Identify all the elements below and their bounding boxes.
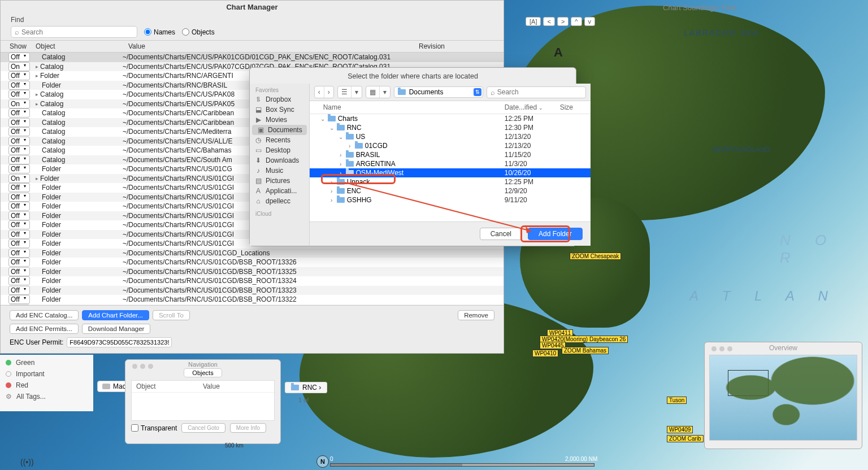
scroll-to-button[interactable]: Scroll To [153,310,190,320]
sidebar-item[interactable]: ⬇Downloads [250,155,309,166]
download-manager-button[interactable]: Download Manager [82,324,151,334]
show-toggle[interactable]: Off▾ [8,295,30,304]
waypoint[interactable]: WP0410 [532,350,558,357]
remove-button[interactable]: Remove [458,310,494,320]
file-tree-row[interactable]: ⌄US12/13/20 [310,132,591,141]
sidebar-item[interactable]: ♪Music [250,166,309,176]
sidebar-item[interactable]: ⌂dpellecc [250,196,309,206]
transparent-checkbox[interactable]: Transparent [131,424,177,432]
col-object[interactable]: Object [33,42,126,50]
show-toggle[interactable]: Off▾ [8,211,30,220]
cancel-button[interactable]: Cancel [480,228,522,240]
show-toggle[interactable]: Off▾ [8,230,30,239]
fd-col-name[interactable]: Name [323,103,505,111]
waypoint[interactable]: ZOOM Carib [667,435,704,442]
sidebar-item[interactable]: ▭Desktop [250,145,309,155]
fd-col-size[interactable]: Size [560,103,591,111]
view-list-toggle[interactable]: ☰▾ [337,86,362,98]
table-row[interactable]: Off▾ Folder ~/Documents/Charts/RNC/US/01… [1,267,504,277]
file-tree-row[interactable]: ›ENC12/9/20 [310,186,591,195]
file-tree-row[interactable]: ⌄RNC12:30 PM [310,123,591,132]
table-row[interactable]: Off▾ Catalog ~/Documents/Charts/ENC/US/P… [1,53,504,62]
sidebar-item[interactable]: AApplicati... [250,186,309,196]
chip-right[interactable]: > [557,17,568,26]
file-tree[interactable]: ⌄Charts12:25 PM⌄RNC12:30 PM⌄US12/13/20›0… [310,114,591,221]
add-chart-folder-button[interactable]: Add Chart Folder... [82,310,149,320]
waypoint[interactable]: ZOOM Bahamas [562,347,609,354]
waypoint[interactable]: WP0409 [667,426,693,433]
show-toggle[interactable]: Off▾ [8,239,30,248]
show-toggle[interactable]: Off▾ [8,81,30,90]
window-traffic-lights[interactable] [707,343,737,354]
chip-down[interactable]: v [584,17,596,26]
show-toggle[interactable]: On▾ [8,174,30,183]
show-toggle[interactable]: On▾ [8,62,30,71]
file-dialog-sidebar[interactable]: Favorites ⥮Dropbox⬓Box Sync▶Movies▣Docum… [250,84,310,246]
show-toggle[interactable]: Off▾ [8,90,30,99]
sidebar-item[interactable]: ▶Movies [250,115,309,125]
file-dialog-search[interactable] [487,86,586,98]
overview-map[interactable] [709,355,857,441]
file-tree-row[interactable]: ›GSHHG9/11/20 [310,195,591,204]
show-toggle[interactable]: On▾ [8,99,30,108]
nav-back-forward[interactable]: ‹› [314,86,334,98]
table-row[interactable]: Off▾ Folder ~/Documents/Charts/RNC/US/01… [1,286,504,295]
table-row[interactable]: Off▾ Folder ~/Documents/Charts/RNC/US/01… [1,258,504,267]
radio-objects[interactable]: Objects [182,28,215,36]
waypoint[interactable]: ZOOM Chesapeak [570,253,621,260]
show-toggle[interactable]: Off▾ [8,249,30,258]
show-toggle[interactable]: Off▾ [8,155,30,164]
add-enc-permits-button[interactable]: Add ENC Permits... [10,324,79,334]
show-toggle[interactable]: Off▾ [8,286,30,295]
waypoint[interactable]: Tuson [667,397,687,404]
table-row[interactable]: Off▾ Folder ~/Documents/Charts/RNC/US/01… [1,276,504,286]
col-value[interactable]: Value [126,42,416,50]
show-toggle[interactable]: Off▾ [8,118,30,127]
sidebar-item[interactable]: ▣Documents [252,125,307,135]
chart-search-input[interactable] [11,26,137,38]
sidebar-item[interactable]: ⬓Box Sync [250,105,309,115]
file-tree-row[interactable]: ›ARGENTINA11/3/20 [310,159,591,168]
show-toggle[interactable]: Off▾ [8,108,30,118]
show-toggle[interactable]: Off▾ [8,267,30,276]
view-grid-toggle[interactable]: ▦▾ [366,86,390,98]
show-toggle[interactable]: Off▾ [8,220,30,229]
sidebar-item[interactable]: ⥮Dropbox [250,94,309,105]
tag-important[interactable]: Important [6,368,88,380]
location-dropdown[interactable]: Documents ⇅ [394,86,483,98]
col-show[interactable]: Show [1,42,33,50]
file-tree-row[interactable]: ›BRASIL11/15/20 [310,150,591,159]
show-toggle[interactable]: Off▾ [8,202,30,211]
objects-tab[interactable]: Objects [184,368,222,377]
col-revision[interactable]: Revision [416,42,504,50]
show-toggle[interactable]: Off▾ [8,127,30,136]
cancel-goto-button[interactable]: Cancel Goto [181,423,225,433]
show-toggle[interactable]: Off▾ [8,183,30,192]
show-toggle[interactable]: Off▾ [8,53,30,62]
fd-col-date[interactable]: Date...ified ⌄ [505,103,560,111]
more-info-button[interactable]: More Info [230,423,266,433]
chip-a[interactable]: [A] [526,17,541,26]
show-toggle[interactable]: Off▾ [8,137,30,146]
table-row[interactable]: Off▾ Folder ~/Documents/Charts/RNC/US/01… [1,295,504,304]
show-toggle[interactable]: Off▾ [8,258,30,267]
show-toggle[interactable]: Off▾ [8,146,30,155]
tag-red[interactable]: Red [6,380,88,391]
table-row[interactable]: Off▾ Folder ~/Documents/Charts/RNC/US/01… [1,249,504,258]
radio-names[interactable]: Names [144,28,175,36]
chip-up[interactable]: ^ [571,17,581,26]
add-folder-button[interactable]: Add Folder [528,228,583,240]
add-enc-catalog-button[interactable]: Add ENC Catalog... [10,310,79,320]
file-tree-row[interactable]: ›01CGD12/13/20 [310,141,591,150]
show-toggle[interactable]: Off▾ [8,164,30,173]
window-traffic-lights[interactable] [128,361,158,372]
sidebar-item[interactable]: ▤Pictures [250,176,309,186]
show-toggle[interactable]: Off▾ [8,193,30,202]
tag-green[interactable]: Green [6,357,88,368]
rnc-breadcrumb[interactable]: RNC › [285,382,327,393]
chip-left[interactable]: < [543,17,554,26]
enc-permit-input[interactable] [67,337,172,347]
sidebar-item[interactable]: ◷Recents [250,135,309,145]
file-tree-row[interactable]: ›OSM-MediWest10/26/20 [310,168,591,177]
tag-all[interactable]: All Tags... [6,391,88,402]
